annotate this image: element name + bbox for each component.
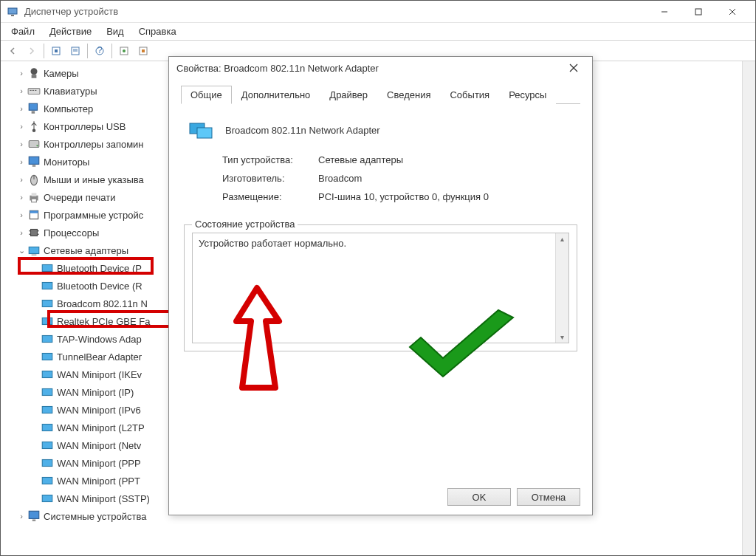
tree-label: TunnelBear Adapter xyxy=(57,351,142,363)
tab-driver[interactable]: Драйвер xyxy=(320,86,377,104)
dialog-titlebar: Свойства: Broadcom 802.11n Network Adapt… xyxy=(169,57,592,79)
svg-rect-29 xyxy=(32,165,36,167)
groupbox-legend: Состояние устройства xyxy=(192,219,298,230)
window-controls xyxy=(647,1,749,23)
svg-rect-53 xyxy=(42,425,52,431)
adapter-icon xyxy=(41,315,54,327)
svg-rect-22 xyxy=(35,90,36,91)
tab-general[interactable]: Общие xyxy=(181,86,232,104)
svg-rect-47 xyxy=(42,318,52,325)
system-icon xyxy=(27,510,41,522)
tab-events[interactable]: События xyxy=(440,86,499,104)
vertical-scrollbar[interactable] xyxy=(742,61,755,555)
toolbar-btn-b[interactable] xyxy=(134,43,152,59)
tree-label: WAN Miniport (Netv xyxy=(57,440,141,451)
chevron-right-icon: › xyxy=(16,193,27,202)
device-name: Broadcom 802.11n Network Adapter xyxy=(225,125,380,136)
tree-label: Клавиатуры xyxy=(44,86,97,97)
ok-button[interactable]: OK xyxy=(447,488,511,506)
minimize-button[interactable] xyxy=(647,1,681,23)
maximize-button[interactable] xyxy=(681,1,715,23)
menu-action[interactable]: Действие xyxy=(42,24,99,38)
adapter-icon xyxy=(41,298,54,309)
menu-view[interactable]: Вид xyxy=(99,24,131,38)
toolbar-properties-button[interactable] xyxy=(66,43,84,59)
tab-advanced[interactable]: Дополнительно xyxy=(232,86,320,104)
info-value: Broadcom xyxy=(318,173,362,184)
svg-rect-49 xyxy=(42,354,52,360)
tree-label: Bluetooth Device (P xyxy=(57,263,142,274)
svg-text:?: ? xyxy=(97,46,102,55)
chevron-right-icon: › xyxy=(16,175,27,184)
svg-rect-19 xyxy=(28,89,40,95)
chevron-right-icon: › xyxy=(16,157,27,166)
svg-rect-16 xyxy=(142,49,145,52)
toolbar-help-button[interactable]: ? xyxy=(91,43,109,59)
toolbar-forward-button[interactable] xyxy=(23,43,41,59)
usb-icon xyxy=(27,120,41,132)
printer-icon xyxy=(27,191,41,203)
svg-rect-44 xyxy=(42,265,52,272)
dialog-tabs: Общие Дополнительно Драйвер Сведения Соб… xyxy=(181,85,580,104)
svg-rect-37 xyxy=(31,230,38,236)
window-title: Диспетчер устройств xyxy=(24,6,647,17)
toolbar-back-button[interactable] xyxy=(4,43,21,59)
svg-rect-28 xyxy=(29,157,39,164)
menu-file[interactable]: Файл xyxy=(4,24,42,38)
svg-rect-24 xyxy=(32,111,35,113)
chevron-right-icon: › xyxy=(16,122,27,131)
chevron-right-icon: › xyxy=(16,512,27,521)
svg-rect-50 xyxy=(42,371,52,378)
close-button[interactable] xyxy=(715,1,749,23)
adapter-large-icon xyxy=(188,119,215,141)
tree-label: Мониторы xyxy=(44,157,89,168)
svg-rect-1 xyxy=(11,15,14,16)
svg-rect-36 xyxy=(30,210,38,213)
tree-label: WAN Miniport (IPv6 xyxy=(57,405,141,416)
svg-rect-33 xyxy=(32,193,37,196)
keyboard-icon xyxy=(27,85,41,97)
info-row: Изготовитель: Broadcom xyxy=(222,173,580,184)
status-scrollbar[interactable]: ▴ ▾ xyxy=(555,233,568,343)
svg-rect-63 xyxy=(197,128,212,138)
tree-label: Камеры xyxy=(44,68,79,79)
svg-rect-48 xyxy=(42,336,52,343)
chevron-right-icon: › xyxy=(16,104,27,113)
network-icon xyxy=(27,244,41,256)
chevron-right-icon: › xyxy=(16,228,27,237)
svg-rect-52 xyxy=(42,407,52,413)
info-label: Изготовитель: xyxy=(222,173,318,184)
tree-label: Broadcom 802.11n N xyxy=(57,298,148,309)
menubar: Файл Действие Вид Справка xyxy=(1,23,755,41)
svg-rect-43 xyxy=(32,255,37,255)
mouse-icon xyxy=(27,174,41,185)
device-info: Тип устройства: Сетевые адаптеры Изготов… xyxy=(222,154,580,210)
adapter-icon xyxy=(41,475,54,487)
tab-resources[interactable]: Ресурсы xyxy=(499,86,556,104)
toolbar-scan-button[interactable] xyxy=(47,43,65,59)
menu-help[interactable]: Справка xyxy=(131,24,184,38)
titlebar: Диспетчер устройств xyxy=(1,1,755,23)
dialog-close-button[interactable] xyxy=(563,57,585,79)
toolbar-btn-a[interactable] xyxy=(115,43,133,59)
info-row: Размещение: PCI-шина 10, устройство 0, ф… xyxy=(222,191,580,202)
svg-rect-0 xyxy=(8,8,17,14)
dialog-title: Свойства: Broadcom 802.11n Network Adapt… xyxy=(176,63,563,74)
cancel-button[interactable]: Отмена xyxy=(517,488,580,506)
tab-details[interactable]: Сведения xyxy=(377,86,440,104)
cpu-icon xyxy=(27,227,41,238)
info-row: Тип устройства: Сетевые адаптеры xyxy=(222,154,580,165)
info-value: Сетевые адаптеры xyxy=(318,154,403,165)
svg-point-27 xyxy=(36,145,38,146)
monitor-icon xyxy=(27,156,41,168)
adapter-icon xyxy=(41,422,54,433)
device-status-textarea[interactable]: Устройство работает нормально. ▴ ▾ xyxy=(192,233,569,343)
tree-label: Bluetooth Device (R xyxy=(57,281,142,292)
chevron-down-icon: ⌄ xyxy=(16,246,27,255)
svg-rect-59 xyxy=(32,520,36,521)
device-status-group: Состояние устройства Устройство работает… xyxy=(184,224,577,351)
tree-label: Процессоры xyxy=(44,227,99,238)
adapter-icon xyxy=(41,333,54,345)
adapter-icon xyxy=(41,404,54,416)
tree-label: Очереди печати xyxy=(44,192,116,203)
